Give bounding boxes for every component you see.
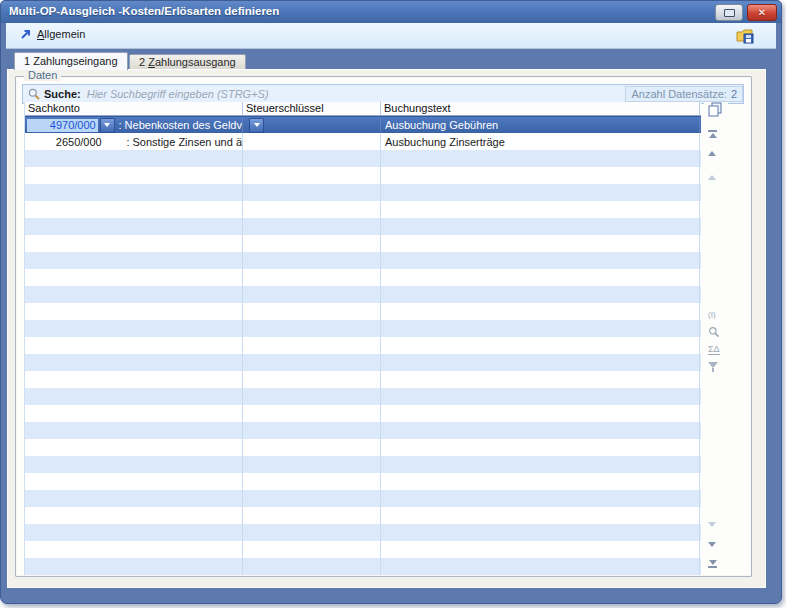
table-cell[interactable] (25, 473, 243, 490)
table-cell[interactable] (381, 303, 700, 320)
table-cell[interactable] (243, 303, 381, 320)
table-cell[interactable] (25, 541, 243, 558)
save-button[interactable] (735, 26, 754, 45)
table-row[interactable] (25, 235, 701, 252)
table-row[interactable] (25, 337, 701, 354)
table-cell[interactable] (243, 117, 381, 133)
table-cell[interactable] (25, 218, 243, 235)
tab-zahlungseingang[interactable]: 1 Zahlungseingang (14, 52, 128, 70)
table-cell[interactable] (243, 167, 381, 184)
table-cell[interactable] (381, 218, 700, 235)
table-cell[interactable] (381, 269, 700, 286)
table-cell[interactable] (25, 524, 243, 541)
table-cell[interactable] (243, 541, 381, 558)
table-cell[interactable] (381, 286, 700, 303)
table-cell[interactable] (25, 167, 243, 184)
table-cell[interactable] (381, 388, 700, 405)
table-row[interactable] (25, 473, 701, 490)
table-cell[interactable] (25, 286, 243, 303)
table-cell[interactable] (25, 456, 243, 473)
scroll-page-up-button[interactable] (708, 151, 716, 156)
table-cell[interactable]: Ausbuchung Gebühren (381, 117, 700, 133)
table-cell[interactable] (381, 558, 700, 575)
table-cell[interactable] (243, 150, 381, 167)
table-row[interactable] (25, 388, 701, 405)
table-cell[interactable] (381, 541, 700, 558)
table-cell[interactable] (381, 167, 700, 184)
account-dropdown-button[interactable] (100, 118, 115, 133)
table-cell[interactable] (25, 405, 243, 422)
dock-button[interactable] (715, 4, 743, 21)
column-header-steuerschluessel[interactable]: Steuerschlüssel (243, 102, 381, 115)
table-cell[interactable] (25, 184, 243, 201)
table-row[interactable] (25, 354, 701, 371)
table-cell[interactable] (25, 201, 243, 218)
zoom-button[interactable] (708, 326, 720, 338)
table-row[interactable] (25, 269, 701, 286)
table-row[interactable] (25, 439, 701, 456)
table-cell[interactable] (243, 218, 381, 235)
scroll-first-button[interactable] (708, 129, 717, 138)
search-bar[interactable]: Suche: Hier Suchbegriff eingeben (STRG+S… (22, 84, 744, 104)
table-cell[interactable] (243, 422, 381, 439)
table-cell[interactable] (381, 150, 700, 167)
table-cell[interactable] (243, 507, 381, 524)
table-row[interactable] (25, 320, 701, 337)
table-cell[interactable] (243, 269, 381, 286)
table-cell[interactable] (381, 473, 700, 490)
column-header-buchungstext[interactable]: Buchungstext (381, 102, 700, 115)
table-row[interactable] (25, 218, 701, 235)
tab-zahlungsausgang[interactable]: 2 Zahlungsausgang (129, 54, 246, 70)
table-row[interactable] (25, 541, 701, 558)
table-cell[interactable] (25, 558, 243, 575)
table-cell[interactable] (243, 371, 381, 388)
table-cell[interactable] (381, 439, 700, 456)
table-cell[interactable] (25, 354, 243, 371)
table-row[interactable] (25, 558, 701, 575)
table-cell[interactable] (25, 320, 243, 337)
table-cell[interactable] (381, 252, 700, 269)
table-row[interactable] (25, 371, 701, 388)
table-cell[interactable] (243, 286, 381, 303)
table-cell[interactable] (381, 422, 700, 439)
table-row[interactable] (25, 524, 701, 541)
close-button[interactable]: ✕ (747, 4, 777, 21)
scroll-last-button[interactable] (708, 560, 717, 569)
table-cell[interactable] (25, 269, 243, 286)
table-cell[interactable] (243, 405, 381, 422)
table-cell[interactable] (243, 252, 381, 269)
table-cell[interactable] (381, 320, 700, 337)
fit-columns-button[interactable]: (Ι) (708, 310, 716, 319)
table-cell[interactable] (25, 337, 243, 354)
table-cell[interactable] (25, 490, 243, 507)
table-row[interactable] (25, 422, 701, 439)
scroll-down-button[interactable] (708, 522, 716, 527)
table-cell[interactable] (243, 439, 381, 456)
title-bar[interactable]: Multi-OP-Ausgleich -Kosten/Erlösarten de… (1, 1, 781, 23)
table-cell[interactable] (381, 524, 700, 541)
table-cell[interactable] (25, 507, 243, 524)
table-cell[interactable]: 2650/000: Sonstige Zinsen und ä (25, 133, 243, 150)
table-row[interactable] (25, 405, 701, 422)
table-cell[interactable] (381, 490, 700, 507)
table-row[interactable]: 4970/000: Nebenkosten des GeldvAusbuchun… (25, 116, 701, 133)
table-row[interactable] (25, 150, 701, 167)
table-cell[interactable] (381, 337, 700, 354)
table-row[interactable] (25, 456, 701, 473)
copy-grid-button[interactable] (708, 102, 723, 117)
taxkey-dropdown-button[interactable] (249, 118, 264, 133)
filter-button[interactable] (708, 362, 718, 372)
table-cell[interactable] (25, 150, 243, 167)
table-cell[interactable] (243, 388, 381, 405)
table-cell[interactable] (243, 184, 381, 201)
sum-button[interactable]: ΣΔ (708, 345, 720, 355)
account-value[interactable]: 2650/000 (25, 136, 104, 148)
table-row[interactable] (25, 303, 701, 320)
table-cell[interactable] (381, 371, 700, 388)
table-cell[interactable] (243, 337, 381, 354)
menu-item-allgemein[interactable]: Allgemein (16, 27, 89, 41)
table-cell[interactable] (381, 507, 700, 524)
table-cell[interactable] (243, 133, 381, 150)
table-cell[interactable] (25, 235, 243, 252)
table-cell[interactable] (25, 388, 243, 405)
